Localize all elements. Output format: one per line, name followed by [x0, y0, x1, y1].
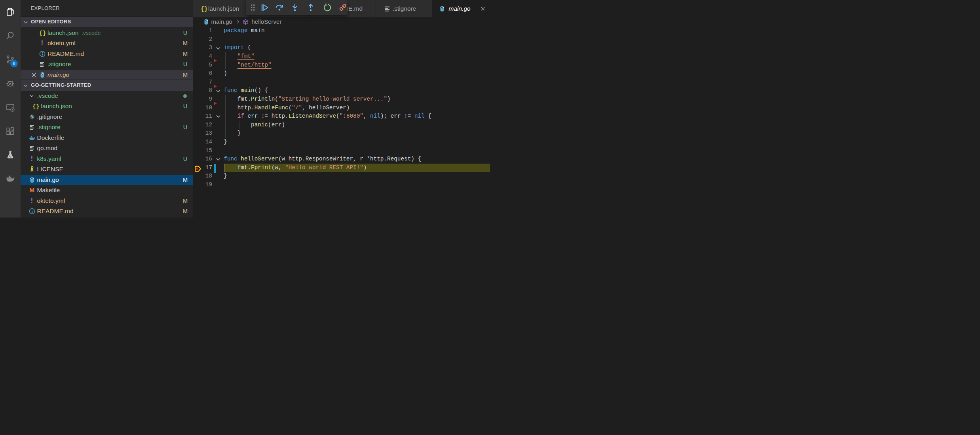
- svg-text:{}: {}: [201, 6, 207, 12]
- svg-text:{}: {}: [39, 30, 46, 36]
- svg-text:M: M: [29, 187, 34, 193]
- svg-text:!: !: [41, 40, 43, 46]
- svg-text:!: !: [30, 198, 33, 204]
- svg-text:!: !: [30, 156, 33, 162]
- svg-text:{}: {}: [32, 103, 39, 110]
